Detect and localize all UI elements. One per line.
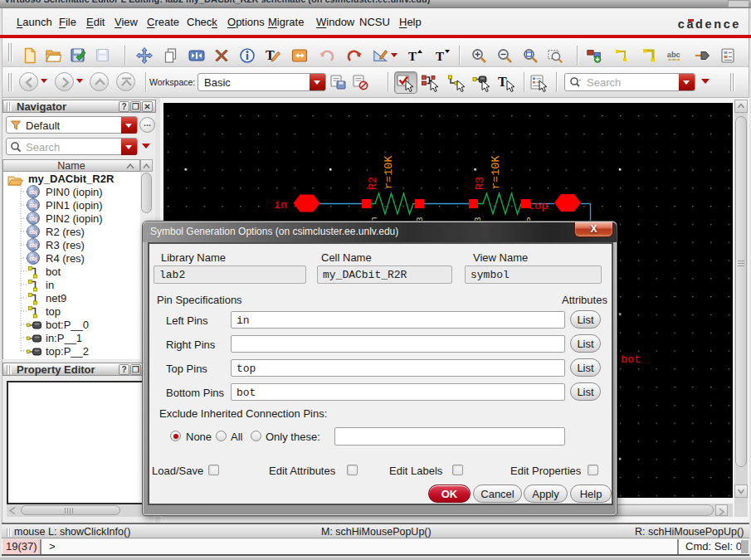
svg-text:R3: R3 (474, 177, 486, 190)
svg-text:bot: bot (621, 353, 641, 366)
svg-text:in: in (274, 199, 287, 212)
svg-text:T: T (408, 50, 417, 63)
svg-text:T: T (436, 50, 444, 63)
svg-text:abc: abc (667, 51, 680, 59)
svg-text:top: top (528, 200, 548, 212)
svg-text:obj: obj (29, 189, 37, 196)
svg-text:T: T (498, 75, 507, 89)
svg-text:r=10K: r=10K (490, 155, 502, 189)
svg-text:R2: R2 (367, 177, 379, 190)
svg-text:r=10K: r=10K (383, 155, 395, 189)
